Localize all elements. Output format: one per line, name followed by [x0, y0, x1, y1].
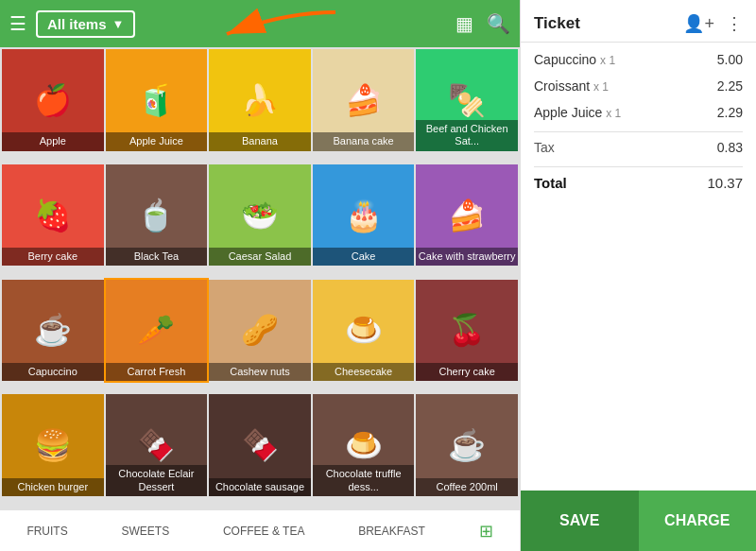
items-grid: 🍎Apple🧃Apple Juice🍌Banana🍰Banana cake🍢Be… — [0, 47, 520, 509]
item-label: Carrot Fresh — [106, 363, 208, 381]
left-panel: ☰ All items ▼ ▦ 🔍 🍎Apple🧃Apple Juice🍌Ban… — [0, 0, 520, 551]
more-options-icon[interactable]: ⋮ — [726, 13, 743, 34]
nav-breakfast[interactable]: BREAKFAST — [358, 525, 425, 538]
header-right: ▦ 🔍 — [455, 12, 510, 35]
ticket-title: Ticket — [534, 14, 580, 33]
total-label: Total — [534, 175, 707, 191]
item-card-apple[interactable]: 🍎Apple — [2, 49, 104, 151]
ticket-item-name-croissant: Croissant x 1 — [534, 78, 717, 94]
item-card-coffee-200ml[interactable]: ☕Coffee 200ml — [416, 394, 518, 496]
item-card-cherry-cake[interactable]: 🍒Cherry cake — [416, 280, 518, 382]
orange-arrow — [151, 8, 340, 43]
item-label: Caesar Salad — [209, 248, 311, 266]
nav-sweets[interactable]: SWEETS — [121, 525, 169, 538]
item-card-chocolate-eclair-dessert[interactable]: 🍫Chocolate Eclair Dessert — [106, 394, 208, 496]
item-label: Chocolate truffle dess... — [313, 465, 415, 495]
ticket-item-price-capuccino: 5.00 — [717, 52, 743, 67]
grid-view-icon[interactable]: ⊞ — [479, 521, 493, 542]
all-items-label: All items — [47, 16, 107, 32]
item-label: Cheesecake — [313, 363, 415, 381]
divider-2 — [534, 166, 743, 167]
item-card-cake[interactable]: 🎂Cake — [313, 164, 415, 267]
ticket-header: Ticket 👤+ ⋮ — [521, 0, 756, 43]
item-card-chocolate-sausage[interactable]: 🍫Chocolate sausage — [209, 394, 311, 496]
item-card-cheesecake[interactable]: 🍮Cheesecake — [313, 280, 415, 382]
ticket-total-row: Total 10.37 — [534, 175, 743, 191]
item-card-apple-juice[interactable]: 🧃Apple Juice — [106, 49, 208, 151]
nav-fruits[interactable]: FRUITS — [26, 525, 67, 538]
action-buttons: SAVE CHARGE — [521, 491, 756, 551]
ticket-item-capuccino: Capuccino x 1 5.00 — [534, 52, 743, 67]
item-card-black-tea[interactable]: 🍵Black Tea — [106, 164, 208, 267]
item-label: Cake — [313, 248, 415, 266]
tax-label: Tax — [534, 140, 717, 155]
total-value: 10.37 — [707, 175, 743, 191]
ticket-icons: 👤+ ⋮ — [683, 13, 743, 34]
item-card-beef-and-chicken-sat...[interactable]: 🍢Beef and Chicken Sat... — [416, 49, 518, 151]
item-label: Beef and Chicken Sat... — [416, 120, 518, 150]
ticket-items: Capuccino x 1 5.00 Croissant x 1 2.25 Ap… — [521, 43, 756, 491]
item-card-capuccino[interactable]: ☕Capuccino — [2, 280, 104, 382]
item-label: Chicken burger — [2, 478, 104, 496]
item-label: Capuccino — [2, 363, 104, 381]
item-label: Apple Juice — [106, 132, 208, 150]
search-icon[interactable]: 🔍 — [487, 12, 510, 35]
ticket-item-name-apple-juice: Apple Juice x 1 — [534, 105, 717, 120]
item-label: Apple — [2, 132, 104, 150]
item-label: Chocolate Eclair Dessert — [106, 465, 208, 495]
barcode-icon[interactable]: ▦ — [455, 12, 473, 35]
dropdown-arrow-icon: ▼ — [112, 17, 125, 31]
charge-button[interactable]: CHARGE — [639, 491, 757, 551]
nav-coffee-tea[interactable]: COFFEE & TEA — [223, 525, 304, 538]
add-person-icon[interactable]: 👤+ — [683, 13, 714, 34]
item-card-cashew-nuts[interactable]: 🥜Cashew nuts — [209, 280, 311, 382]
ticket-item-apple-juice: Apple Juice x 1 2.29 — [534, 105, 743, 120]
item-label: Cashew nuts — [209, 363, 311, 381]
item-label: Black Tea — [106, 248, 208, 266]
item-label: Cake with strawberry — [416, 248, 518, 266]
item-label: Banana — [209, 132, 311, 150]
right-panel: Ticket 👤+ ⋮ Capuccino x 1 5.00 Croissant… — [520, 0, 756, 551]
save-button[interactable]: SAVE — [521, 491, 639, 551]
ticket-item-croissant: Croissant x 1 2.25 — [534, 78, 743, 94]
item-card-chicken-burger[interactable]: 🍔Chicken burger — [2, 394, 104, 496]
item-card-banana-cake[interactable]: 🍰Banana cake — [313, 49, 415, 151]
item-card-banana[interactable]: 🍌Banana — [209, 49, 311, 151]
item-card-chocolate-truffle-dess...[interactable]: 🍮Chocolate truffle dess... — [313, 394, 415, 496]
item-label: Chocolate sausage — [209, 478, 311, 496]
item-card-carrot-fresh[interactable]: 🥕Carrot Fresh — [106, 280, 208, 382]
item-label: Berry cake — [2, 248, 104, 266]
item-label: Coffee 200ml — [416, 478, 518, 496]
header: ☰ All items ▼ ▦ 🔍 — [0, 0, 520, 47]
item-card-cake-with-strawberry[interactable]: 🍰Cake with strawberry — [416, 164, 518, 267]
item-card-berry-cake[interactable]: 🍓Berry cake — [2, 164, 104, 267]
divider — [534, 131, 743, 132]
item-label: Cherry cake — [416, 363, 518, 381]
ticket-item-price-apple-juice: 2.29 — [717, 105, 743, 120]
hamburger-icon[interactable]: ☰ — [9, 12, 26, 35]
item-label: Banana cake — [313, 132, 415, 150]
all-items-button[interactable]: All items ▼ — [36, 10, 135, 38]
ticket-item-name-capuccino: Capuccino x 1 — [534, 52, 717, 67]
ticket-item-price-croissant: 2.25 — [717, 78, 743, 94]
item-card-caesar-salad[interactable]: 🥗Caesar Salad — [209, 164, 311, 267]
ticket-tax-row: Tax 0.83 — [534, 140, 743, 155]
tax-value: 0.83 — [717, 140, 743, 155]
bottom-nav: FRUITS SWEETS COFFEE & TEA BREAKFAST ⊞ — [0, 509, 520, 551]
